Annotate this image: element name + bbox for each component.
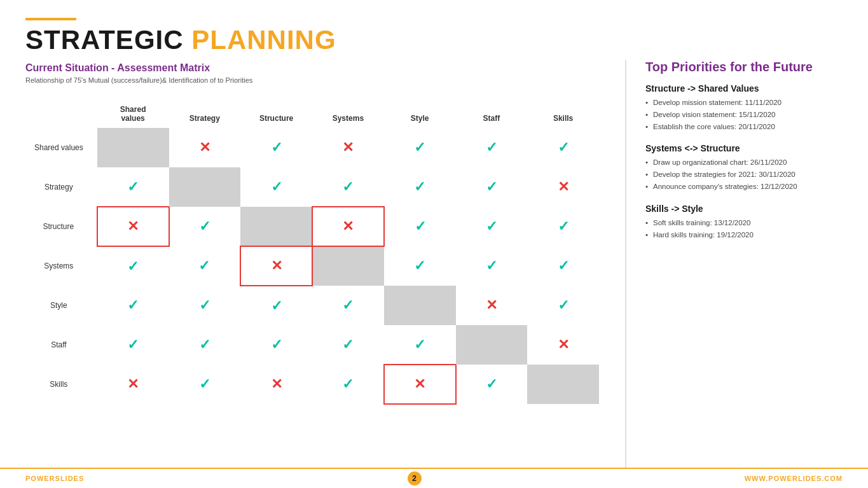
cross-bordered-icon: ✕ bbox=[271, 258, 282, 274]
row-label: Strategy bbox=[25, 167, 97, 207]
footer-brand: POWERSLIDES bbox=[25, 475, 84, 482]
row-label: Skills bbox=[25, 365, 97, 404]
matrix-cell bbox=[312, 246, 384, 286]
footer-url: WWW.POWERLIDES.COM bbox=[745, 475, 843, 482]
matrix-cell bbox=[527, 365, 599, 404]
matrix-cell: ✓ bbox=[169, 246, 241, 286]
check-icon: ✓ bbox=[127, 258, 139, 274]
check-icon: ✓ bbox=[199, 218, 210, 234]
check-icon: ✓ bbox=[199, 297, 210, 313]
page: STRATEGIC PLANNING Current Situation - A… bbox=[0, 0, 868, 488]
check-icon: ✓ bbox=[415, 218, 426, 234]
matrix-cell: ✓ bbox=[169, 286, 241, 325]
footer: POWERSLIDES 2 WWW.POWERLIDES.COM bbox=[0, 468, 868, 488]
cross-icon: ✕ bbox=[127, 376, 139, 392]
matrix-cell: ✕ bbox=[384, 365, 456, 404]
matrix-cell: ✓ bbox=[240, 128, 312, 167]
check-icon: ✓ bbox=[486, 258, 497, 274]
matrix-title: Current Situation - Assessment Matrix bbox=[25, 62, 600, 74]
matrix-cell: ✓ bbox=[240, 286, 312, 325]
cross-icon: ✕ bbox=[342, 139, 354, 155]
priority-item: Hard skills training: 19/12/2020 bbox=[645, 230, 843, 240]
row-label: Systems bbox=[25, 246, 97, 286]
matrix-cell: ✓ bbox=[456, 365, 528, 404]
matrix-cell: ✕ bbox=[312, 128, 384, 167]
row-label: Staff bbox=[25, 325, 97, 365]
matrix-cell: ✓ bbox=[384, 246, 456, 286]
priority-heading-2: Systems <-> Structure bbox=[645, 143, 843, 153]
table-row: Staff✓✓✓✓✓✕ bbox=[25, 325, 599, 365]
matrix-cell: ✕ bbox=[312, 207, 384, 246]
check-icon: ✓ bbox=[271, 337, 282, 352]
priority-list-3: Soft skills training: 13/12/2020 Hard sk… bbox=[645, 218, 843, 240]
col-header-0: Sharedvalues bbox=[97, 93, 169, 128]
matrix-cell: ✓ bbox=[456, 246, 528, 286]
matrix-cell bbox=[384, 286, 456, 325]
check-icon: ✓ bbox=[199, 376, 210, 392]
cross-icon: ✕ bbox=[271, 376, 282, 392]
matrix-cell: ✓ bbox=[312, 325, 384, 365]
matrix-cell: ✓ bbox=[312, 167, 384, 207]
matrix-cell: ✓ bbox=[169, 365, 241, 404]
footer-page-number: 2 bbox=[408, 471, 422, 485]
matrix-cell: ✓ bbox=[169, 325, 241, 365]
table-row: Style✓✓✓✓✕✓ bbox=[25, 286, 599, 325]
table-row: Strategy✓✓✓✓✓✕ bbox=[25, 167, 599, 207]
cross-bordered-icon: ✕ bbox=[414, 376, 425, 392]
check-icon: ✓ bbox=[558, 218, 569, 234]
priority-item: Develop mission statement: 11/11/2020 bbox=[645, 97, 843, 108]
title-strategic: STRATEGIC bbox=[25, 25, 184, 55]
matrix-cell bbox=[97, 128, 169, 167]
matrix-cell bbox=[456, 325, 528, 365]
row-label: Style bbox=[25, 286, 97, 325]
check-icon: ✓ bbox=[127, 179, 139, 195]
header-line bbox=[25, 18, 76, 20]
check-icon: ✓ bbox=[414, 258, 425, 274]
footer-brand-orange: SLIDES bbox=[55, 475, 85, 482]
empty-header bbox=[25, 93, 97, 128]
main-content: Current Situation - Assessment Matrix Re… bbox=[0, 60, 868, 468]
check-icon: ✓ bbox=[342, 337, 354, 352]
matrix-cell: ✓ bbox=[527, 286, 599, 325]
panel-divider bbox=[625, 60, 626, 468]
matrix-cell: ✓ bbox=[384, 207, 456, 246]
right-panel: Top Priorities for the Future Structure … bbox=[639, 60, 843, 468]
matrix-cell: ✕ bbox=[97, 365, 169, 404]
check-icon: ✓ bbox=[486, 139, 497, 155]
header: STRATEGIC PLANNING bbox=[0, 0, 868, 60]
check-icon: ✓ bbox=[414, 179, 425, 195]
check-icon: ✓ bbox=[486, 218, 497, 234]
matrix-table: Sharedvalues Strategy Structure Systems … bbox=[25, 93, 600, 405]
title-planning: PLANNING bbox=[184, 25, 336, 55]
col-header-5: Staff bbox=[456, 93, 528, 128]
footer-brand-black: POWER bbox=[25, 475, 55, 482]
priority-section-2: Systems <-> Structure Draw up organizati… bbox=[645, 143, 843, 192]
priority-item: Soft skills training: 13/12/2020 bbox=[645, 218, 843, 228]
check-icon: ✓ bbox=[414, 337, 425, 352]
matrix-cell: ✕ bbox=[240, 365, 312, 404]
priority-section-1: Structure -> Shared Values Develop missi… bbox=[645, 83, 843, 132]
check-icon: ✓ bbox=[558, 297, 569, 313]
col-header-6: Skills bbox=[527, 93, 599, 128]
col-header-4: Style bbox=[384, 93, 456, 128]
check-icon: ✓ bbox=[271, 179, 282, 195]
matrix-cell: ✓ bbox=[240, 325, 312, 365]
check-icon: ✓ bbox=[414, 139, 425, 155]
col-header-3: Systems bbox=[312, 93, 384, 128]
check-icon: ✓ bbox=[342, 297, 354, 313]
matrix-cell: ✓ bbox=[384, 325, 456, 365]
matrix-cell: ✕ bbox=[527, 167, 599, 207]
matrix-cell: ✓ bbox=[240, 167, 312, 207]
priority-list-1: Develop mission statement: 11/11/2020 De… bbox=[645, 97, 843, 132]
check-icon: ✓ bbox=[199, 337, 210, 352]
matrix-cell: ✓ bbox=[527, 246, 599, 286]
page-title: STRATEGIC PLANNING bbox=[25, 27, 843, 53]
row-label: Structure bbox=[25, 207, 97, 246]
check-icon: ✓ bbox=[486, 376, 497, 392]
cross-bordered-icon: ✕ bbox=[127, 218, 139, 234]
priority-item: Announce company's strategies: 12/12/202… bbox=[645, 181, 843, 192]
cross-icon: ✕ bbox=[486, 297, 497, 313]
left-panel: Current Situation - Assessment Matrix Re… bbox=[25, 60, 612, 468]
matrix-cell: ✓ bbox=[312, 365, 384, 404]
matrix-cell bbox=[169, 167, 241, 207]
